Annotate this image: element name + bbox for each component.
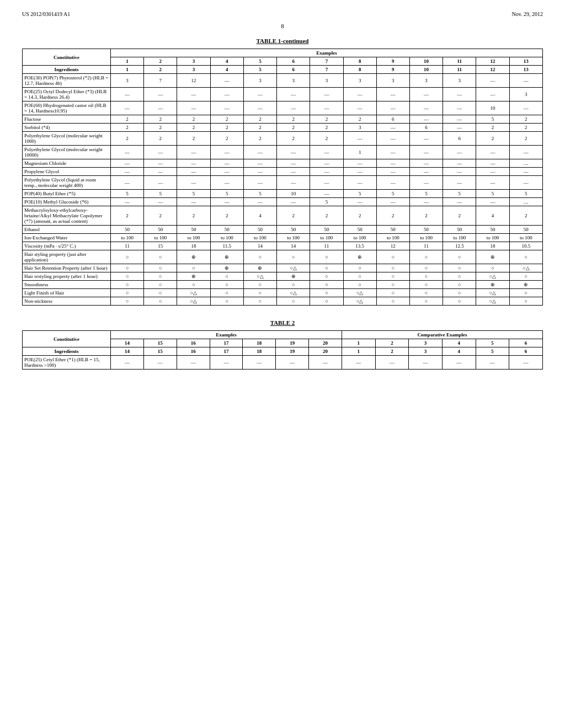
- table1-row-label-16: Hair styling property (just after applic…: [23, 250, 111, 264]
- table1-cell-12-3: 2: [210, 206, 243, 226]
- table2-ex-cell-0-1: —: [143, 356, 177, 370]
- table1-cell-2-12: —: [509, 101, 542, 115]
- table1-cell-8-4: —: [243, 168, 276, 176]
- col-12-sub: 12: [476, 66, 509, 74]
- table1-cell-9-1: —: [144, 176, 177, 190]
- table1-cell-3-0: 2: [111, 115, 144, 124]
- table1-cell-0-8: 3: [376, 74, 409, 88]
- t2-col-17: 17: [210, 339, 243, 347]
- table1-row-label-21: Non-stickness: [23, 297, 111, 306]
- table1-cell-19-10: ○: [443, 281, 476, 289]
- table1-cell-0-11: —: [476, 74, 509, 88]
- table1-cell-9-6: —: [310, 176, 343, 190]
- table1-cell-9-4: —: [243, 176, 276, 190]
- table1-cell-20-12: ○: [509, 289, 542, 297]
- table1-cell-20-10: ○: [443, 289, 476, 297]
- table1-cell-17-11: ○: [476, 264, 509, 272]
- col-1-sub: 1: [111, 66, 144, 74]
- table1-cell-10-5: 10: [277, 190, 310, 198]
- table1-cell-20-8: ○: [376, 289, 409, 297]
- table1-cell-14-2: to 100: [177, 234, 210, 242]
- table1-cell-0-6: 3: [310, 74, 343, 88]
- col-13: 13: [509, 57, 542, 66]
- table1-cell-15-1: 15: [144, 242, 177, 250]
- table1-cell-21-9: ○: [409, 297, 443, 306]
- t2-col-19: 19: [276, 339, 309, 347]
- table1-cell-17-7: ○: [343, 264, 376, 272]
- table1-cell-16-6: ○: [310, 250, 343, 264]
- table2-comp-cell-0-2: —: [409, 356, 443, 370]
- table1-cell-4-12: 2: [509, 124, 542, 132]
- table1-cell-12-8: 2: [376, 206, 409, 226]
- table1-cell-3-3: 2: [210, 115, 243, 124]
- table1-cell-13-10: 50: [443, 226, 476, 234]
- table1-cell-2-6: —: [310, 101, 343, 115]
- table1-cell-19-8: ○: [376, 281, 409, 289]
- table1-cell-2-3: —: [210, 101, 243, 115]
- table1-cell-21-8: ○: [376, 297, 409, 306]
- table1-cell-19-6: ○: [310, 281, 343, 289]
- table1-cell-5-0: 2: [111, 132, 144, 146]
- table1-cell-2-11: 10: [476, 101, 509, 115]
- table1-cell-9-8: —: [376, 176, 409, 190]
- table1-cell-14-8: to 100: [376, 234, 409, 242]
- table1-cell-5-10: 6: [443, 132, 476, 146]
- table1-cell-7-2: —: [177, 159, 210, 168]
- table1-cell-4-6: 2: [310, 124, 343, 132]
- table1-cell-21-7: ○△: [343, 297, 376, 306]
- table1-cell-16-3: ⊕: [210, 250, 243, 264]
- col-4-sub: 4: [210, 66, 243, 74]
- table1-cell-10-10: 5: [443, 190, 476, 198]
- table1-cell-7-10: —: [443, 159, 476, 168]
- table1-cell-13-8: 50: [376, 226, 409, 234]
- page-header: US 2012/0301419 A1 Nov. 29, 2012: [22, 11, 543, 17]
- table1-cell-20-6: ○: [310, 289, 343, 297]
- table1-cell-3-7: 2: [343, 115, 376, 124]
- table1-cell-13-5: 50: [277, 226, 310, 234]
- table1-cell-7-8: —: [376, 159, 409, 168]
- table1-cell-8-3: —: [210, 168, 243, 176]
- table1-cell-2-4: —: [243, 101, 276, 115]
- table1-cell-0-1: 7: [144, 74, 177, 88]
- table1-cell-19-4: ○: [243, 281, 276, 289]
- table2-section: TABLE 2 Constitutive Examples Comparativ…: [22, 319, 543, 370]
- table1-cell-20-2: ○△: [177, 289, 210, 297]
- table1-cell-3-4: 2: [243, 115, 276, 124]
- table1-row-label-5: Polyethylene Glycol (molecular weight 10…: [23, 132, 111, 146]
- table1-cell-14-7: to 100: [343, 234, 376, 242]
- table1-cell-2-0: —: [111, 101, 144, 115]
- table1-row-label-9: Polyethylene Glycol (liquid at room temp…: [23, 176, 111, 190]
- table1-cell-17-5: ○△: [277, 264, 310, 272]
- table1-cell-17-0: ○: [111, 264, 144, 272]
- col-5-sub: 5: [243, 66, 276, 74]
- table1-row-label-6: Polyethylene Glycol (molecular weight 10…: [23, 146, 111, 159]
- table1-cell-17-9: ○: [409, 264, 443, 272]
- col-13-sub: 13: [509, 66, 542, 74]
- t2-examples-header: Examples: [111, 331, 342, 339]
- table1-cell-6-2: —: [177, 146, 210, 159]
- table1-cell-14-12: to 100: [509, 234, 542, 242]
- t2-comp-col-4-sub: 4: [442, 347, 476, 356]
- table1-cell-14-4: to 100: [243, 234, 276, 242]
- t2-comp-col-4: 4: [442, 339, 476, 347]
- table1-cell-11-3: —: [210, 198, 243, 206]
- table1-row-label-10: POP(40) Butyl Ether (*5): [23, 190, 111, 198]
- table1-cell-18-8: ○: [376, 272, 409, 281]
- t2-col-15-sub: 15: [143, 347, 177, 356]
- table1-cell-6-11: —: [476, 146, 509, 159]
- t2-comp-col-5: 5: [476, 339, 509, 347]
- table1-cell-1-7: —: [343, 88, 376, 101]
- table1-cell-7-11: —: [476, 159, 509, 168]
- t2-col-17-sub: 17: [210, 347, 243, 356]
- col-11-sub: 11: [443, 66, 476, 74]
- col-6: 6: [277, 57, 310, 66]
- table1-cell-6-10: —: [443, 146, 476, 159]
- table1-cell-4-0: 2: [111, 124, 144, 132]
- table1-cell-1-9: —: [409, 88, 443, 101]
- table1-cell-9-9: —: [409, 176, 443, 190]
- table1-cell-5-1: 2: [144, 132, 177, 146]
- table2-ex-cell-0-5: —: [276, 356, 309, 370]
- date: Nov. 29, 2012: [511, 11, 543, 17]
- table1-cell-5-6: 2: [310, 132, 343, 146]
- table1-cell-2-10: —: [443, 101, 476, 115]
